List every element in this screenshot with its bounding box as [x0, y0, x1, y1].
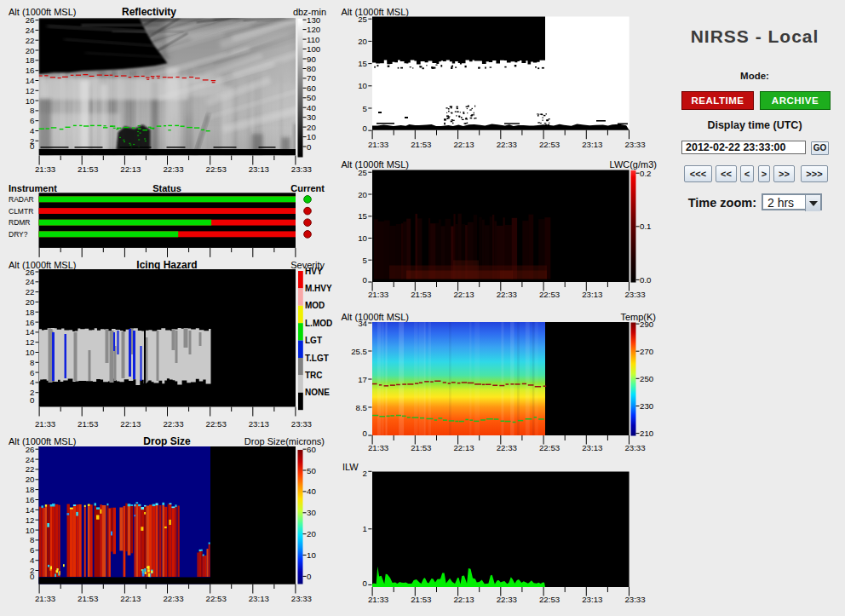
svg-text:14: 14	[26, 76, 35, 85]
svg-text:0: 0	[363, 275, 368, 285]
svg-text:21:53: 21:53	[411, 443, 431, 452]
svg-text:22:33: 22:33	[497, 443, 517, 452]
svg-text:RDMR: RDMR	[9, 218, 31, 227]
svg-text:Reflectivity: Reflectivity	[122, 6, 176, 18]
svg-text:CLMTR: CLMTR	[9, 207, 33, 216]
svg-text:25: 25	[358, 14, 367, 24]
svg-text:26: 26	[26, 15, 35, 25]
svg-text:8: 8	[30, 358, 34, 367]
svg-text:26: 26	[26, 268, 35, 277]
svg-text:4: 4	[30, 556, 35, 565]
svg-text:2: 2	[30, 388, 34, 397]
svg-text:Icing Hazard: Icing Hazard	[136, 259, 197, 271]
svg-text:23:13: 23:13	[582, 140, 602, 149]
svg-text:ILW: ILW	[342, 462, 359, 472]
svg-text:34: 34	[358, 319, 367, 328]
svg-text:22:13: 22:13	[120, 594, 141, 603]
svg-text:40: 40	[307, 103, 316, 112]
svg-text:22:13: 22:13	[453, 443, 474, 452]
svg-text:22:13: 22:13	[120, 419, 141, 429]
svg-text:21:33: 21:33	[368, 290, 388, 299]
svg-text:22:13: 22:13	[453, 595, 474, 604]
svg-text:22:13: 22:13	[120, 164, 141, 174]
svg-text:4: 4	[30, 377, 35, 387]
svg-text:290: 290	[640, 320, 654, 329]
svg-text:16: 16	[26, 318, 35, 327]
svg-text:12: 12	[26, 515, 35, 525]
svg-text:Alt (1000ft MSL): Alt (1000ft MSL)	[342, 312, 409, 322]
svg-text:18: 18	[26, 485, 35, 494]
svg-text:21:53: 21:53	[411, 140, 431, 149]
svg-text:Status: Status	[152, 183, 181, 193]
svg-text:60: 60	[307, 445, 316, 454]
svg-text:17: 17	[358, 375, 367, 384]
svg-text:L.MOD: L.MOD	[305, 319, 332, 328]
svg-text:25.5: 25.5	[351, 347, 367, 356]
svg-text:12: 12	[26, 337, 35, 347]
svg-text:0: 0	[363, 579, 368, 588]
svg-text:26: 26	[26, 445, 35, 454]
svg-text:24: 24	[26, 26, 35, 35]
svg-text:23:13: 23:13	[249, 164, 269, 174]
svg-text:16: 16	[26, 495, 35, 504]
svg-text:21:53: 21:53	[411, 290, 431, 299]
svg-text:LGT: LGT	[305, 336, 322, 345]
svg-text:0.0: 0.0	[640, 275, 652, 285]
svg-text:10: 10	[358, 233, 367, 243]
svg-text:21:53: 21:53	[78, 419, 98, 429]
svg-text:2: 2	[30, 566, 34, 575]
svg-text:22:53: 22:53	[206, 594, 227, 603]
svg-text:23:13: 23:13	[582, 595, 602, 604]
svg-text:Alt (1000ft MSL): Alt (1000ft MSL)	[9, 436, 76, 446]
svg-text:130: 130	[307, 15, 321, 25]
svg-text:23:33: 23:33	[624, 290, 645, 299]
svg-text:Alt (1000ft MSL): Alt (1000ft MSL)	[9, 7, 76, 17]
svg-text:50: 50	[307, 466, 316, 475]
svg-text:23:33: 23:33	[624, 140, 645, 149]
svg-text:1: 1	[363, 524, 367, 533]
svg-text:MOD: MOD	[305, 301, 325, 310]
svg-text:Current: Current	[290, 183, 325, 193]
svg-text:0.2: 0.2	[640, 169, 651, 178]
svg-text:22:33: 22:33	[497, 595, 517, 604]
svg-text:21:33: 21:33	[35, 419, 55, 429]
svg-text:23:13: 23:13	[582, 443, 602, 452]
svg-text:110: 110	[307, 35, 320, 44]
svg-text:0: 0	[363, 429, 368, 438]
svg-text:Alt (1000ft MSL): Alt (1000ft MSL)	[342, 7, 409, 17]
svg-text:21:53: 21:53	[78, 594, 98, 603]
svg-text:Instrument: Instrument	[9, 183, 57, 193]
svg-text:22: 22	[26, 464, 35, 474]
svg-text:10: 10	[26, 348, 35, 357]
svg-text:22:33: 22:33	[497, 140, 517, 149]
svg-text:4: 4	[30, 126, 35, 135]
svg-text:22:13: 22:13	[453, 140, 474, 149]
svg-text:21:53: 21:53	[411, 595, 431, 604]
svg-text:DRY?: DRY?	[9, 230, 28, 239]
svg-text:22:53: 22:53	[206, 419, 227, 429]
svg-text:15: 15	[358, 211, 367, 221]
svg-text:120: 120	[307, 25, 321, 34]
svg-text:20: 20	[26, 46, 35, 55]
svg-text:20: 20	[307, 123, 316, 132]
svg-text:21:33: 21:33	[35, 594, 55, 603]
svg-text:14: 14	[26, 505, 35, 515]
svg-text:70: 70	[307, 73, 316, 83]
svg-text:22:33: 22:33	[497, 290, 517, 299]
svg-text:270: 270	[640, 347, 654, 356]
svg-text:20: 20	[26, 297, 35, 307]
svg-text:2: 2	[30, 136, 34, 146]
svg-text:10: 10	[26, 96, 35, 106]
svg-text:23:33: 23:33	[291, 419, 312, 429]
svg-text:HVY: HVY	[305, 267, 323, 276]
svg-text:10: 10	[307, 132, 316, 141]
svg-text:15: 15	[358, 59, 367, 68]
svg-text:24: 24	[26, 277, 35, 286]
svg-text:23:33: 23:33	[291, 164, 312, 174]
svg-text:22:53: 22:53	[539, 140, 560, 149]
svg-text:23:13: 23:13	[249, 419, 269, 429]
svg-text:10: 10	[307, 550, 316, 560]
svg-text:T.LGT: T.LGT	[305, 354, 329, 363]
svg-text:24: 24	[26, 455, 35, 464]
svg-text:30: 30	[307, 508, 316, 517]
